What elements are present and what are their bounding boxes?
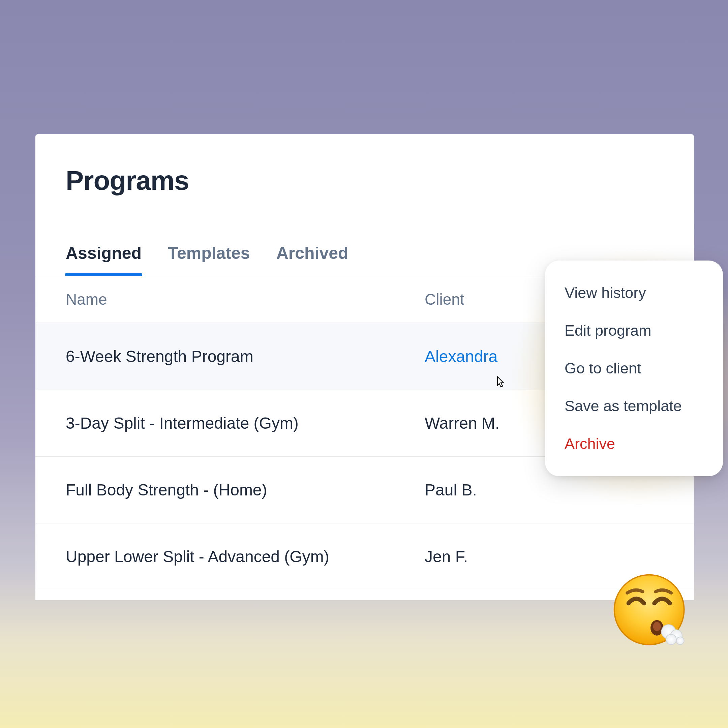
table-row[interactable]: Upper Lower Split - Advanced (Gym) Jen F…: [35, 523, 694, 590]
menu-edit-program[interactable]: Edit program: [545, 312, 723, 350]
context-menu: View history Edit program Go to client S…: [545, 260, 723, 476]
exhale-emoji-icon: [612, 572, 689, 650]
column-header-name: Name: [66, 290, 425, 308]
programs-card: Programs Assigned Templates Archived Nam…: [35, 134, 694, 600]
tab-archived[interactable]: Archived: [276, 243, 349, 276]
program-name: 6-Week Strength Program: [66, 347, 425, 366]
menu-view-history[interactable]: View history: [545, 274, 723, 312]
client-name: Jen F.: [425, 548, 664, 566]
svg-point-5: [666, 634, 676, 645]
tab-templates[interactable]: Templates: [168, 243, 250, 276]
menu-save-as-template[interactable]: Save as template: [545, 387, 723, 425]
program-name: Upper Lower Split - Advanced (Gym): [66, 548, 425, 566]
menu-go-to-client[interactable]: Go to client: [545, 350, 723, 387]
menu-archive[interactable]: Archive: [545, 425, 723, 463]
client-name: Paul B.: [425, 480, 664, 499]
page-title: Programs: [35, 134, 694, 196]
program-name: 3-Day Split - Intermediate (Gym): [66, 414, 425, 433]
program-name: Full Body Strength - (Home): [66, 480, 425, 499]
svg-point-2: [653, 622, 661, 631]
tab-assigned[interactable]: Assigned: [66, 243, 142, 276]
svg-point-6: [676, 637, 684, 645]
